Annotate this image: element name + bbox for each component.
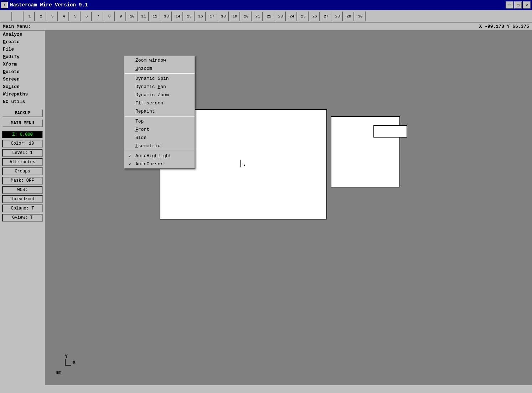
toolbar-btn-23[interactable]: 23 bbox=[275, 11, 286, 21]
toolbar-btn-18[interactable]: 18 bbox=[218, 11, 229, 21]
sidebar-item-solids[interactable]: Solids bbox=[0, 83, 45, 91]
mask-value[interactable]: Mask: OFF bbox=[2, 177, 43, 185]
toolbar-btn-30[interactable]: 30 bbox=[355, 11, 366, 21]
toolbar-btn-26[interactable]: 26 bbox=[309, 11, 320, 21]
toolbar-btn-21[interactable]: 21 bbox=[252, 11, 263, 21]
axis-corner-icon bbox=[65, 359, 71, 366]
toolbar-btn-5[interactable]: 5 bbox=[70, 11, 81, 21]
toolbar-btn-10[interactable]: 10 bbox=[127, 11, 138, 21]
canvas-area[interactable]: Zoom window Unzoom Dynamic Spin Dynamic … bbox=[46, 31, 532, 385]
toolbar-btn-22[interactable]: 22 bbox=[264, 11, 274, 21]
maximize-button[interactable]: ❐ bbox=[514, 1, 522, 9]
ctx-separator-3 bbox=[125, 151, 195, 151]
sidebar: Analyze Create File Modify Xform Delete … bbox=[0, 31, 46, 385]
status-bar: Main Menu: X -99.173 Y 66.375 bbox=[0, 23, 532, 31]
gview-value[interactable]: Gview: T bbox=[2, 214, 43, 222]
axis-x-row: X bbox=[63, 359, 76, 366]
cursor-coordinates: X -99.173 Y 66.375 bbox=[479, 24, 529, 29]
title-bar-left: ⚡ Mastercam Wire Version 9.1 bbox=[1, 2, 88, 8]
status-left: Main Menu: bbox=[3, 24, 31, 29]
toolbar-btn-9[interactable]: 9 bbox=[115, 11, 126, 21]
sidebar-item-nc-utils[interactable]: NC utils bbox=[0, 98, 45, 105]
sidebar-item-create[interactable]: Create bbox=[0, 38, 45, 46]
toolbar-btn-14[interactable]: 14 bbox=[172, 11, 183, 21]
toolbar-btn-13[interactable]: 13 bbox=[161, 11, 172, 21]
toolbar-btn-16[interactable]: 16 bbox=[195, 11, 206, 21]
cplane-value[interactable]: Cplane: T bbox=[2, 205, 43, 212]
sidebar-item-analyze[interactable]: Analyze bbox=[0, 31, 45, 38]
toolbar-btn-1[interactable]: 1 bbox=[24, 11, 35, 21]
viewport-small-box bbox=[373, 125, 407, 138]
main-menu-button[interactable]: MAIN MENU bbox=[2, 119, 43, 127]
ctx-auto-highlight[interactable]: AutoHighlight bbox=[125, 152, 195, 160]
ctx-top[interactable]: Top bbox=[125, 117, 195, 125]
groups-button[interactable]: Groups bbox=[2, 167, 43, 175]
toolbar-btn-28[interactable]: 28 bbox=[332, 11, 343, 21]
backup-button[interactable]: BACKUP bbox=[2, 109, 43, 117]
toolbar-btn-2[interactable]: 2 bbox=[36, 11, 46, 21]
axis-x-label: X bbox=[73, 360, 76, 365]
color-value[interactable]: Color: 10 bbox=[2, 140, 43, 148]
wcs-value[interactable]: WCS: bbox=[2, 186, 43, 194]
context-menu: Zoom window Unzoom Dynamic Spin Dynamic … bbox=[124, 56, 195, 169]
sidebar-item-file[interactable]: File bbox=[0, 46, 45, 53]
toolbar-btn-25[interactable]: 25 bbox=[298, 11, 309, 21]
toolbar: 1 2 3 4 5 6 7 8 9 10 11 12 13 14 15 16 1… bbox=[0, 10, 532, 23]
toolbar-btn-20[interactable]: 20 bbox=[241, 11, 252, 21]
level-value[interactable]: Level: 1 bbox=[2, 149, 43, 157]
minimize-button[interactable]: — bbox=[506, 1, 513, 9]
toolbar-btn-24[interactable]: 24 bbox=[286, 11, 297, 21]
ctx-unzoom[interactable]: Unzoom bbox=[125, 64, 195, 73]
toolbar-btn-15[interactable]: 15 bbox=[184, 11, 195, 21]
toolbar-btn-29[interactable]: 29 bbox=[344, 11, 354, 21]
close-button[interactable]: ✕ bbox=[523, 1, 531, 9]
title-bar: ⚡ Mastercam Wire Version 9.1 — ❐ ✕ bbox=[0, 0, 532, 10]
toolbar-empty-1[interactable] bbox=[1, 11, 12, 21]
ctx-fit-screen[interactable]: Fit screen bbox=[125, 99, 195, 107]
ctx-dynamic-zoom[interactable]: Dynamic Zoom bbox=[125, 91, 195, 99]
sidebar-item-modify[interactable]: Modify bbox=[0, 53, 45, 61]
toolbar-btn-17[interactable]: 17 bbox=[207, 11, 217, 21]
toolbar-empty-2[interactable] bbox=[13, 11, 24, 21]
axis-y-label: Y bbox=[65, 354, 76, 359]
ctx-separator-2 bbox=[125, 116, 195, 117]
ctx-side[interactable]: Side bbox=[125, 134, 195, 142]
ctx-front[interactable]: Front bbox=[125, 125, 195, 134]
ctx-zoom-window[interactable]: Zoom window bbox=[125, 56, 195, 64]
toolbar-btn-3[interactable]: 3 bbox=[47, 11, 58, 21]
sidebar-item-wirepaths[interactable]: Wirepaths bbox=[0, 91, 45, 98]
ctx-separator-1 bbox=[125, 73, 195, 74]
ctx-dynamic-pan[interactable]: Dynamic Pan bbox=[125, 83, 195, 91]
ctx-isometric[interactable]: Isometric bbox=[125, 142, 195, 150]
toolbar-btn-4[interactable]: 4 bbox=[58, 11, 69, 21]
toolbar-btn-8[interactable]: 8 bbox=[104, 11, 115, 21]
attributes-button[interactable]: Attributes bbox=[2, 158, 43, 166]
toolbar-btn-6[interactable]: 6 bbox=[81, 11, 92, 21]
ctx-dynamic-spin[interactable]: Dynamic Spin bbox=[125, 74, 195, 83]
app-icon: ⚡ bbox=[1, 2, 8, 8]
cursor-symbol: │, bbox=[239, 160, 247, 167]
sidebar-item-screen[interactable]: Screen bbox=[0, 76, 45, 83]
ctx-repaint[interactable]: Repaint bbox=[125, 107, 195, 115]
axis-indicator: Y X bbox=[63, 354, 76, 366]
sidebar-item-delete[interactable]: Delete bbox=[0, 68, 45, 76]
ctx-auto-cursor[interactable]: AutoCursor bbox=[125, 160, 195, 168]
units-label: mm bbox=[56, 370, 61, 375]
sidebar-item-xform[interactable]: Xform bbox=[0, 61, 45, 68]
main-layout: Analyze Create File Modify Xform Delete … bbox=[0, 31, 532, 385]
title-buttons: — ❐ ✕ bbox=[506, 1, 531, 9]
app-title: Mastercam Wire Version 9.1 bbox=[10, 2, 88, 8]
toolbar-btn-7[interactable]: 7 bbox=[93, 11, 103, 21]
toolbar-btn-27[interactable]: 27 bbox=[321, 11, 331, 21]
thread-cut-button[interactable]: Thread/cut bbox=[2, 195, 43, 203]
z-value: Z: 0.000 bbox=[2, 131, 43, 138]
toolbar-btn-19[interactable]: 19 bbox=[229, 11, 240, 21]
toolbar-btn-12[interactable]: 12 bbox=[150, 11, 160, 21]
toolbar-btn-11[interactable]: 11 bbox=[138, 11, 149, 21]
